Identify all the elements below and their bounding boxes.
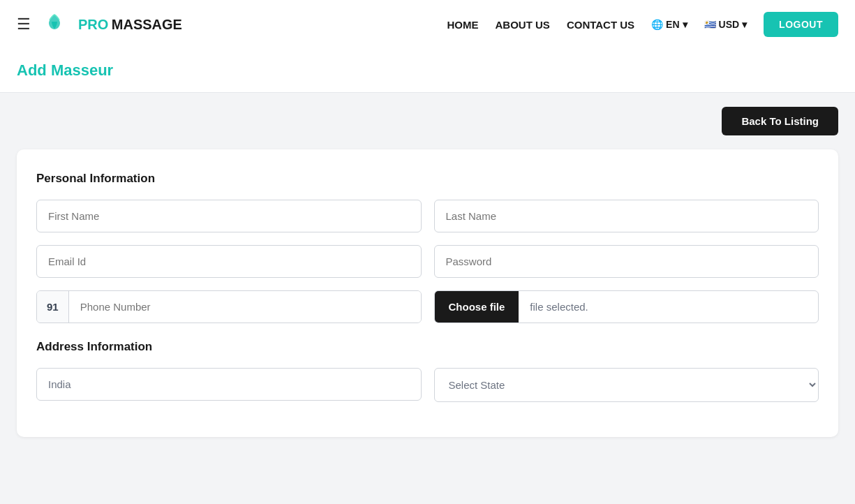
password-input[interactable] bbox=[434, 245, 819, 278]
navbar-left: ☰ PRO MASSAGE bbox=[17, 9, 182, 40]
page-title: Add Masseur bbox=[17, 61, 838, 80]
first-name-input[interactable] bbox=[36, 200, 422, 232]
file-status: file selected. bbox=[519, 291, 818, 323]
hamburger-icon[interactable]: ☰ bbox=[17, 15, 31, 34]
navbar: ☰ PRO MASSAGE HOME ABOUT US CONTACT US 🌐… bbox=[0, 0, 855, 49]
back-to-listing-button[interactable]: Back To Listing bbox=[722, 107, 838, 135]
country-state-row: Select State bbox=[36, 368, 819, 402]
form-card: Personal Information 91 bbox=[17, 149, 838, 437]
last-name-wrapper bbox=[434, 200, 819, 232]
address-info-title: Address Information bbox=[36, 340, 819, 354]
nav-contact[interactable]: CONTACT US bbox=[567, 19, 634, 31]
logout-button[interactable]: LOGOUT bbox=[764, 12, 838, 37]
state-wrapper: Select State bbox=[434, 368, 819, 402]
personal-info-title: Personal Information bbox=[36, 172, 819, 186]
flag-icon: 🇺🇾 bbox=[704, 19, 716, 30]
choose-file-button[interactable]: Choose file bbox=[435, 291, 519, 323]
content-area: Back To Listing Personal Information bbox=[0, 93, 855, 499]
name-row bbox=[36, 200, 819, 232]
email-input[interactable] bbox=[36, 245, 422, 278]
password-wrapper bbox=[434, 245, 819, 278]
email-password-row bbox=[36, 245, 819, 278]
nav-home[interactable]: HOME bbox=[447, 19, 479, 31]
globe-icon: 🌐 bbox=[651, 19, 663, 30]
phone-field-wrapper: 91 bbox=[36, 290, 422, 323]
last-name-input[interactable] bbox=[434, 200, 819, 232]
currency-selector[interactable]: 🇺🇾 USD ▾ bbox=[704, 19, 748, 30]
navbar-right: HOME ABOUT US CONTACT US 🌐 EN ▾ 🇺🇾 USD ▾… bbox=[447, 12, 838, 37]
country-wrapper bbox=[36, 368, 422, 402]
lang-label: EN bbox=[666, 19, 679, 30]
brand-name: PRO MASSAGE bbox=[78, 17, 182, 33]
nav-about[interactable]: ABOUT US bbox=[496, 19, 550, 31]
file-upload-wrapper: Choose file file selected. bbox=[434, 290, 819, 323]
phone-input[interactable] bbox=[69, 291, 421, 323]
back-btn-row: Back To Listing bbox=[17, 107, 838, 135]
country-input[interactable] bbox=[36, 368, 422, 401]
lang-chevron-icon: ▾ bbox=[683, 19, 687, 30]
currency-label: USD bbox=[719, 19, 740, 30]
email-wrapper bbox=[36, 245, 422, 278]
currency-chevron-icon: ▾ bbox=[742, 19, 747, 30]
state-select[interactable]: Select State bbox=[434, 368, 819, 402]
language-selector[interactable]: 🌐 EN ▾ bbox=[651, 19, 687, 30]
phone-prefix: 91 bbox=[37, 291, 69, 323]
brand-logo bbox=[39, 9, 70, 40]
first-name-wrapper bbox=[36, 200, 422, 232]
phone-file-row: 91 Choose file file selected. bbox=[36, 290, 819, 323]
page-header: Add Masseur bbox=[0, 49, 855, 93]
